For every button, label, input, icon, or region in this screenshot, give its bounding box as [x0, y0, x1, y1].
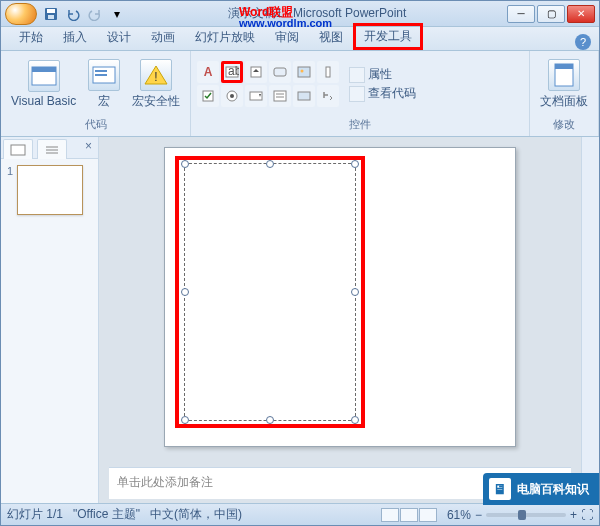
outline-tab[interactable] — [37, 139, 67, 159]
zoom-out-icon[interactable]: − — [475, 508, 482, 522]
window-title: 演示文稿1 - Microsoft PowerPoint Word联盟 www.… — [127, 5, 507, 22]
zoom-slider[interactable] — [486, 513, 566, 517]
group-controls-label: 控件 — [197, 115, 523, 134]
thumb-number: 1 — [7, 165, 13, 215]
tab-insert[interactable]: 插入 — [53, 25, 97, 50]
tab-review[interactable]: 审阅 — [265, 25, 309, 50]
control-scrollbar-icon[interactable] — [317, 61, 339, 83]
maximize-button[interactable]: ▢ — [537, 5, 565, 23]
group-code-label: 代码 — [7, 115, 184, 134]
titlebar: ▾ 演示文稿1 - Microsoft PowerPoint Word联盟 ww… — [1, 1, 599, 27]
resize-handle-w[interactable] — [181, 288, 189, 296]
pane-close-icon[interactable]: × — [79, 137, 98, 158]
svg-point-18 — [230, 94, 234, 98]
svg-rect-7 — [95, 74, 107, 76]
svg-rect-15 — [326, 67, 330, 77]
zoom-control: 61% − + ⛶ — [447, 508, 593, 522]
workspace: × 1 — [1, 137, 599, 503]
slide-canvas[interactable] — [164, 147, 516, 447]
ribbon-tabs: 开始 插入 设计 动画 幻灯片放映 审阅 视图 开发工具 ? — [1, 27, 599, 51]
textbox-control[interactable] — [184, 163, 356, 421]
view-code-icon — [349, 86, 365, 102]
tab-developer[interactable]: 开发工具 — [353, 23, 423, 50]
fit-window-icon[interactable]: ⛶ — [581, 508, 593, 522]
visual-basic-icon — [28, 60, 60, 92]
zoom-in-icon[interactable]: + — [570, 508, 577, 522]
svg-rect-13 — [298, 67, 310, 77]
control-spin-icon[interactable] — [245, 61, 267, 83]
view-code-button[interactable]: 查看代码 — [349, 85, 416, 102]
control-option-icon[interactable] — [221, 85, 243, 107]
document-panel-label: 文档面板 — [540, 93, 588, 110]
resize-handle-n[interactable] — [266, 160, 274, 168]
zoom-thumb[interactable] — [518, 510, 526, 520]
normal-view-icon[interactable] — [381, 508, 399, 522]
control-image-icon[interactable] — [293, 61, 315, 83]
view-code-label: 查看代码 — [368, 85, 416, 102]
resize-handle-sw[interactable] — [181, 416, 189, 424]
office-button[interactable] — [5, 3, 37, 25]
zoom-value[interactable]: 61% — [447, 508, 471, 522]
thumb-item[interactable]: 1 — [7, 165, 92, 215]
control-combobox-icon[interactable] — [245, 85, 267, 107]
control-more-icon[interactable] — [317, 85, 339, 107]
slides-tab[interactable] — [3, 139, 33, 159]
selected-shape-highlight — [175, 156, 365, 428]
group-controls: A ab 属性 查看代码 控件 — [191, 51, 530, 136]
tab-slideshow[interactable]: 幻灯片放映 — [185, 25, 265, 50]
slideshow-view-icon[interactable] — [419, 508, 437, 522]
close-button[interactable]: ✕ — [567, 5, 595, 23]
macros-button[interactable]: 宏 — [84, 57, 124, 112]
svg-text:!: ! — [154, 70, 157, 84]
status-language[interactable]: 中文(简体，中国) — [150, 506, 242, 523]
control-checkbox-icon[interactable] — [197, 85, 219, 107]
svg-rect-6 — [95, 70, 107, 72]
quick-access-toolbar: ▾ — [41, 4, 127, 24]
resize-handle-se[interactable] — [351, 416, 359, 424]
resize-handle-nw[interactable] — [181, 160, 189, 168]
control-textbox-icon[interactable]: ab — [221, 61, 243, 83]
svg-rect-23 — [298, 92, 310, 100]
visual-basic-label: Visual Basic — [11, 94, 76, 108]
tab-home[interactable]: 开始 — [9, 25, 53, 50]
tab-design[interactable]: 设计 — [97, 25, 141, 50]
slide-thumbnail[interactable] — [17, 165, 83, 215]
minimize-button[interactable]: ─ — [507, 5, 535, 23]
ribbon: Visual Basic 宏 ! 宏安全性 代码 A ab — [1, 51, 599, 137]
document-panel-icon — [548, 59, 580, 91]
qat-more-icon[interactable]: ▾ — [107, 4, 127, 24]
editor-area: 单击此处添加备注 — [99, 137, 581, 503]
control-toggle-icon[interactable] — [293, 85, 315, 107]
vertical-scrollbar[interactable] — [581, 137, 599, 503]
help-icon[interactable]: ? — [575, 34, 591, 50]
macro-security-button[interactable]: ! 宏安全性 — [128, 57, 184, 112]
monitor-icon: 🖥 — [489, 478, 511, 500]
watermark-overlay: Word联盟 www.wordlm.com — [239, 3, 293, 21]
properties-button[interactable]: 属性 — [349, 66, 416, 83]
status-slide: 幻灯片 1/1 — [7, 506, 63, 523]
window-controls: ─ ▢ ✕ — [507, 5, 595, 23]
resize-handle-s[interactable] — [266, 416, 274, 424]
macros-icon — [88, 59, 120, 91]
sorter-view-icon[interactable] — [400, 508, 418, 522]
control-label-icon[interactable]: A — [197, 61, 219, 83]
save-icon[interactable] — [41, 4, 61, 24]
tab-view[interactable]: 视图 — [309, 25, 353, 50]
properties-label: 属性 — [368, 66, 392, 83]
control-listbox-icon[interactable] — [269, 85, 291, 107]
undo-icon[interactable] — [63, 4, 83, 24]
thumbnails: 1 — [1, 159, 98, 503]
pane-tabs: × — [1, 137, 98, 159]
document-panel-button[interactable]: 文档面板 — [536, 57, 592, 112]
tab-animation[interactable]: 动画 — [141, 25, 185, 50]
watermark-text: 电脑百科知识 — [517, 481, 589, 498]
svg-text:ab: ab — [228, 66, 239, 78]
canvas-area[interactable] — [99, 137, 581, 467]
resize-handle-e[interactable] — [351, 288, 359, 296]
resize-handle-ne[interactable] — [351, 160, 359, 168]
control-command-icon[interactable] — [269, 61, 291, 83]
group-code: Visual Basic 宏 ! 宏安全性 代码 — [1, 51, 191, 136]
app-window: ▾ 演示文稿1 - Microsoft PowerPoint Word联盟 ww… — [0, 0, 600, 526]
visual-basic-button[interactable]: Visual Basic — [7, 58, 80, 110]
redo-icon[interactable] — [85, 4, 105, 24]
